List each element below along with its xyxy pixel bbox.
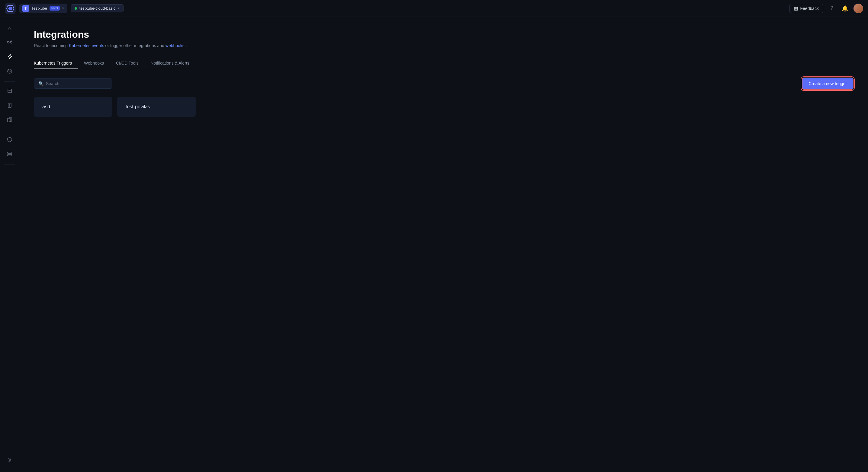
slack-icon: ▦ [794, 6, 798, 11]
svg-rect-12 [7, 155, 12, 156]
toolbar: 🔍 Create a new trigger [34, 77, 854, 90]
sidebar: ⌂ [0, 17, 19, 472]
app-layout: ⌂ [0, 17, 868, 472]
plan-badge: PRO [50, 6, 60, 10]
tab-webhooks[interactable]: Webhooks [78, 58, 110, 69]
trigger-card-name: test-povilas [126, 104, 150, 109]
org-name: Testkube [31, 6, 47, 10]
test-suites-icon [7, 117, 13, 124]
svg-rect-10 [7, 152, 12, 153]
sidebar-item-analytics[interactable] [3, 65, 16, 78]
bell-icon: 🔔 [842, 5, 848, 12]
main-content: Integrations React to incoming Kubernete… [19, 17, 868, 472]
sidebar-divider-1 [4, 81, 15, 82]
search-icon: 🔍 [38, 81, 43, 86]
sidebar-item-security[interactable] [3, 133, 16, 147]
topnav-right: ▦ Feedback ? 🔔 [789, 4, 863, 13]
sidebar-item-home[interactable]: ⌂ [3, 22, 16, 35]
create-trigger-button[interactable]: Create a new trigger [802, 77, 854, 90]
avatar-image [854, 4, 863, 13]
svg-point-3 [7, 41, 9, 43]
webhooks-link[interactable]: webhooks [165, 43, 185, 48]
sidebar-item-test-suites[interactable] [3, 114, 16, 127]
artifacts-icon [7, 88, 13, 95]
sidebar-item-environments[interactable] [3, 148, 16, 161]
subtitle-post: . [186, 43, 187, 48]
trigger-card-asd[interactable]: asd [34, 97, 112, 117]
shield-icon [7, 136, 13, 144]
notifications-button[interactable]: 🔔 [840, 4, 850, 13]
sidebar-item-tests[interactable] [3, 99, 16, 112]
sidebar-divider-2 [4, 130, 15, 130]
tabs: Kubernetes Triggers Webhooks CI/CD Tools… [34, 58, 854, 69]
tab-cicd-tools[interactable]: CI/CD Tools [110, 58, 144, 69]
page-subtitle: React to incoming Kubernetes events or t… [34, 43, 854, 48]
svg-rect-6 [8, 89, 11, 93]
feedback-button[interactable]: ▦ Feedback [789, 4, 823, 13]
triggers-grid: asd test-povilas [34, 97, 854, 117]
svg-rect-11 [7, 154, 12, 155]
chevron-down-icon: ▾ [62, 6, 64, 10]
org-avatar: T [22, 5, 29, 12]
sidebar-item-integrations[interactable] [3, 51, 16, 64]
triggers-icon [7, 39, 13, 47]
tab-kubernetes-triggers[interactable]: Kubernetes Triggers [34, 58, 78, 69]
sidebar-item-settings[interactable] [3, 454, 16, 467]
kubernetes-events-link[interactable]: Kubernetes events [69, 43, 104, 48]
trigger-card-name: asd [42, 104, 50, 109]
org-selector[interactable]: T Testkube PRO ▾ [19, 4, 67, 13]
test-icon [7, 102, 13, 110]
analytics-icon [7, 68, 13, 76]
env-name: testkube-cloud-basic [80, 6, 115, 10]
user-avatar[interactable] [854, 4, 863, 13]
environments-icon [7, 151, 13, 159]
settings-icon [7, 457, 13, 465]
env-selector[interactable]: testkube-cloud-basic ▾ [71, 4, 124, 12]
app-logo[interactable] [5, 3, 16, 14]
env-status-dot [74, 7, 77, 10]
svg-point-13 [9, 459, 10, 461]
help-button[interactable]: ? [827, 4, 837, 13]
subtitle-mid: or trigger other integrations and [105, 43, 165, 48]
create-trigger-label: Create a new trigger [808, 81, 847, 86]
page-title: Integrations [34, 29, 854, 40]
search-input[interactable] [46, 81, 108, 86]
feedback-label: Feedback [800, 6, 819, 11]
search-box: 🔍 [34, 78, 112, 89]
trigger-card-test-povilas[interactable]: test-povilas [117, 97, 196, 117]
lightning-icon [7, 54, 13, 61]
home-icon: ⌂ [8, 25, 11, 32]
sidebar-item-triggers[interactable] [3, 36, 16, 49]
sidebar-divider-3 [4, 164, 15, 165]
question-icon: ? [830, 5, 833, 11]
topnav: T Testkube PRO ▾ testkube-cloud-basic ▾ … [0, 0, 868, 17]
chevron-down-icon: ▾ [118, 6, 120, 10]
sidebar-item-artifacts[interactable] [3, 85, 16, 98]
topnav-left: T Testkube PRO ▾ testkube-cloud-basic ▾ [5, 3, 124, 14]
svg-point-4 [10, 41, 12, 43]
tab-notifications-alerts[interactable]: Notifications & Alerts [144, 58, 195, 69]
subtitle-pre: React to incoming [34, 43, 69, 48]
